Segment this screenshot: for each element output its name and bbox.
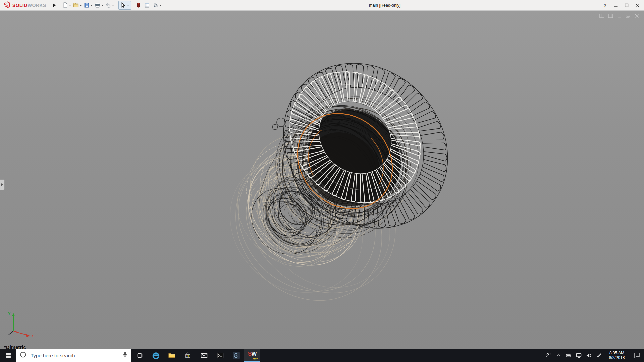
battery-icon[interactable] bbox=[564, 349, 574, 362]
cortana-icon[interactable] bbox=[20, 351, 26, 359]
solidworks-window: SOLIDWORKS bbox=[0, 0, 644, 362]
solidworks-brand: SOLIDWORKS bbox=[0, 1, 49, 10]
action-center-button[interactable] bbox=[630, 349, 644, 362]
dassault-3ds-logo-icon bbox=[3, 1, 11, 10]
mail-app-icon[interactable] bbox=[196, 349, 212, 362]
microsoft-store-icon[interactable] bbox=[180, 349, 196, 362]
engine-wireframe-model bbox=[0, 11, 644, 349]
select-dropdown-caret[interactable] bbox=[127, 5, 129, 6]
3d-app-icon[interactable] bbox=[228, 349, 244, 362]
print-button[interactable] bbox=[94, 1, 101, 9]
start-button[interactable] bbox=[0, 349, 16, 362]
flyout-arrow-icon bbox=[1, 183, 3, 186]
view-orientation-label: *Dimetric bbox=[4, 344, 26, 349]
feature-tree-flyout-tab[interactable] bbox=[0, 179, 5, 190]
search-input[interactable] bbox=[30, 352, 119, 359]
maximize-button[interactable] bbox=[622, 1, 631, 9]
select-arrow-icon[interactable] bbox=[119, 1, 127, 9]
solidworks-app-tile: SW 2017 bbox=[247, 351, 258, 360]
open-button[interactable] bbox=[72, 1, 79, 9]
print-dropdown-caret[interactable] bbox=[101, 5, 103, 6]
options-gear-button[interactable] bbox=[152, 1, 159, 9]
task-view-button[interactable] bbox=[131, 349, 148, 362]
edge-browser-icon[interactable] bbox=[148, 349, 164, 362]
system-tray: 8:35 AM 8/2/2018 bbox=[543, 349, 644, 362]
graphics-viewport[interactable]: Y X *Dimetric bbox=[0, 11, 644, 349]
help-button[interactable]: ? bbox=[600, 1, 610, 9]
document-window-controls bbox=[599, 13, 639, 19]
tray-chevron-up-icon[interactable] bbox=[553, 349, 564, 362]
standard-toolbar bbox=[61, 1, 163, 10]
people-icon[interactable] bbox=[543, 349, 553, 362]
doc-pane-right-icon[interactable] bbox=[608, 13, 613, 19]
options-dropdown-caret[interactable] bbox=[160, 5, 162, 6]
toolbar-flyout-arrow[interactable] bbox=[53, 3, 56, 7]
doc-restore-icon[interactable] bbox=[626, 13, 631, 19]
appearance-button[interactable] bbox=[135, 1, 142, 9]
minimize-button[interactable] bbox=[611, 1, 621, 9]
save-button[interactable] bbox=[83, 1, 90, 9]
doc-pane-left-icon[interactable] bbox=[599, 13, 604, 19]
orientation-triad: Y X bbox=[5, 310, 37, 340]
brand-wordmark: SOLIDWORKS bbox=[12, 3, 46, 8]
save-dropdown-caret[interactable] bbox=[91, 5, 93, 6]
file-explorer-icon[interactable] bbox=[164, 349, 180, 362]
solidworks-2017-icon[interactable]: SW 2017 bbox=[244, 349, 260, 362]
select-tool-active[interactable] bbox=[118, 1, 131, 10]
command-prompt-icon[interactable] bbox=[212, 349, 228, 362]
volume-icon[interactable] bbox=[584, 349, 594, 362]
toolbar-separator bbox=[50, 2, 50, 9]
titlebar: SOLIDWORKS bbox=[0, 0, 644, 11]
open-dropdown-caret[interactable] bbox=[80, 5, 82, 6]
taskbar-search-box[interactable] bbox=[16, 349, 131, 362]
undo-button[interactable] bbox=[104, 1, 112, 9]
taskbar-clock[interactable]: 8:35 AM 8/2/2018 bbox=[604, 349, 630, 362]
close-button[interactable] bbox=[633, 1, 642, 9]
window-controls: ? bbox=[600, 0, 642, 11]
new-document-button[interactable] bbox=[61, 1, 69, 9]
microphone-icon[interactable] bbox=[122, 352, 128, 359]
doc-close-icon[interactable] bbox=[634, 13, 639, 19]
svg-text:X: X bbox=[31, 334, 34, 338]
windows-logo-icon bbox=[5, 353, 11, 358]
solidworks-year-badge: 2017 bbox=[252, 358, 258, 360]
document-title: main [Read-only] bbox=[369, 0, 401, 11]
doc-minimize-icon[interactable] bbox=[617, 13, 622, 19]
design-table-button[interactable] bbox=[143, 1, 151, 9]
new-dropdown-caret[interactable] bbox=[69, 5, 71, 6]
svg-text:Y: Y bbox=[8, 312, 11, 316]
pen-icon[interactable] bbox=[594, 349, 604, 362]
windows-taskbar: SW 2017 8:35 AM bbox=[0, 349, 644, 362]
clock-time: 8:35 AM bbox=[609, 351, 624, 355]
display-network-icon[interactable] bbox=[574, 349, 584, 362]
clock-date: 8/2/2018 bbox=[609, 355, 625, 360]
undo-dropdown-caret[interactable] bbox=[112, 5, 114, 6]
